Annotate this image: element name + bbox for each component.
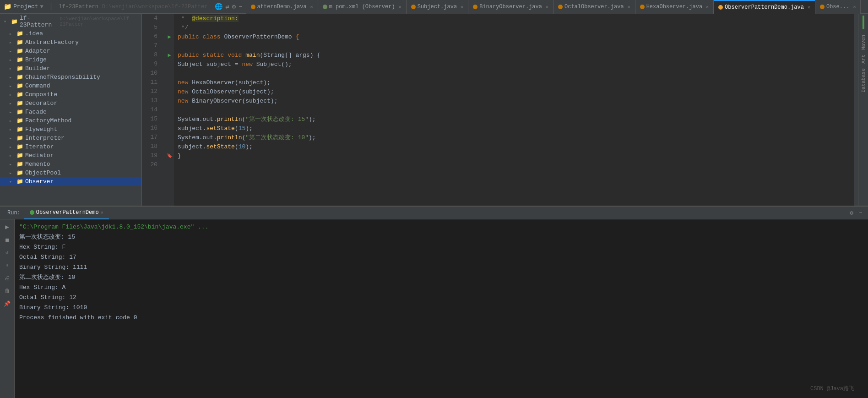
folder-icon: 📁 [16,100,23,107]
toolbar-icon-minus[interactable]: – [239,3,242,11]
toolbar-icon-arrows[interactable]: ⇄ [225,3,229,11]
tab-close-t2[interactable]: ✕ [399,4,401,10]
print-btn[interactable]: 🖨 [2,273,13,284]
sidebar-item-adapter[interactable]: ▸📁Adapter [0,47,141,55]
tab-t2[interactable]: m pom.xml (Observer)✕ [318,0,407,14]
gutter-17 [165,133,174,142]
sidebar-item-abstractfactory[interactable]: ▸📁AbstractFactory [0,38,141,47]
console-line-8: Binary String: 1010 [19,303,863,313]
tab-label-t8: Obse... [826,4,849,10]
clear-btn[interactable]: 🗑 [2,285,13,296]
line-number-4: 4 [142,14,161,23]
sidebar-item-chainofresponsibility[interactable]: ▸📁ChainofResponsibility [0,73,141,82]
sidebar-item-decorator[interactable]: ▸📁Decorator [0,99,141,108]
folder-icon: 📁 [16,117,23,124]
sidebar-item-factorymethod[interactable]: ▸📁FactoryMethod [0,116,141,125]
line-number-13: 13 [142,96,161,105]
tab-t3[interactable]: Subject.java✕ [407,0,468,14]
scrollbar-vertical[interactable] [854,14,858,206]
tree-arrow: ▸ [9,118,15,124]
tab-close-t4[interactable]: ✕ [546,4,548,10]
minimize-btn[interactable]: – [857,208,864,217]
line-number-8: 8 [142,50,161,60]
console-line-7: Octal String: 12 [19,293,863,303]
sidebar-item-iterator[interactable]: ▸📁Iterator [0,142,141,151]
folder-icon: 📁 [16,48,23,55]
code-line-10 [178,69,851,78]
tree-arrow: ▸ [9,101,15,106]
tab-close-t7[interactable]: ✕ [808,5,810,10]
restart-btn[interactable]: ↺ [2,247,13,258]
bottom-content: ▶ ◼ ↺ ⬇ 🖨 🗑 📌 "C:\Program Files\Java\jdk… [0,219,868,398]
sidebar-item-memento[interactable]: ▸📁Memento [0,160,141,169]
sidebar-root[interactable]: ▾ 📁 lf-23Pattern D:\wenjian\workspace\lf… [0,14,141,29]
gutter-12 [165,87,174,96]
tab-t8[interactable]: Obse...✕ [815,0,861,14]
sidebar-item-facade[interactable]: ▸📁Facade [0,108,141,116]
tree-item-label: Builder [25,65,50,72]
project-label[interactable]: 📁 Project ▼ [4,3,43,11]
sidebar-item-flyweight[interactable]: ▸📁Flyweight [0,125,141,134]
tab-t4[interactable]: BinaryObserver.java✕ [468,0,553,14]
sidebar-item-observer[interactable]: ▾📁Observer [0,177,141,186]
folder-icon: 📁 [16,56,23,63]
gutter: ▶▶🔖 [165,14,174,206]
run-tab-close[interactable]: ✕ [101,210,103,215]
console-line-1: 第一次状态改变: 15 [19,232,863,242]
sidebar-item-objectpool[interactable]: ▸📁ObjectPool [0,169,141,177]
tab-close-t5[interactable]: ✕ [628,4,630,10]
sidebar-item-.idea[interactable]: ▸📁.idea [0,29,141,38]
line-number-9: 9 [142,60,161,69]
sidebar-item-composite[interactable]: ▸📁Composite [0,90,141,99]
gutter-10 [165,69,174,78]
console-line-6: Hex String: A [19,283,863,293]
tab-t5[interactable]: OctalObserver.java✕ [553,0,635,14]
right-label-database[interactable]: Database [861,68,866,93]
folder-icon: 📁 [16,65,23,72]
tab-t6[interactable]: HexaObserver.java✕ [635,0,714,14]
tab-label-t6: HexaObserver.java [646,4,702,10]
tab-t7[interactable]: ObserverPatternDemo.java✕ [714,0,815,14]
tab-t1[interactable]: atternDemo.java✕ [246,0,318,14]
tab-close-t6[interactable]: ✕ [706,4,709,10]
tree-arrow: ▸ [9,144,15,150]
tab-close-t1[interactable]: ✕ [310,4,313,10]
sidebar-item-interpreter[interactable]: ▸📁Interpreter [0,134,141,142]
line-number-7: 7 [142,41,161,50]
run-label: Run: [4,210,24,216]
line-number-20: 20 [142,160,161,169]
run-gutter-icon[interactable]: ▶ [168,52,171,59]
folder-icon: 📁 [16,169,23,176]
right-label-art[interactable]: Art [861,55,866,64]
sidebar-item-builder[interactable]: ▸📁Builder [0,64,141,73]
run-gutter-icon[interactable]: ▶ [168,33,171,40]
code-editor[interactable]: * @description: */public class ObserverP… [174,14,854,206]
root-label: lf-23Pattern [20,15,56,28]
folder-icon: 📁 [16,126,23,133]
folder-icon: 📁 [16,39,23,46]
run-tab[interactable]: ObserverPatternDemo ✕ [24,207,109,219]
sidebar-item-mediator[interactable]: ▸📁Mediator [0,151,141,160]
tab-close-t8[interactable]: ✕ [853,4,856,10]
sidebar-item-command[interactable]: ▸📁Command [0,82,141,90]
pin-btn[interactable]: 📌 [2,298,13,309]
gutter-14 [165,105,174,114]
toolbar-icon-gear[interactable]: ⚙ [232,3,236,11]
run-btn[interactable]: ▶ [2,221,13,232]
scroll-end-btn[interactable]: ⬇ [2,260,13,271]
right-label-maven[interactable]: Maven [861,35,866,50]
sidebar-item-bridge[interactable]: ▸📁Bridge [0,55,141,64]
code-line-13: new BinaryObserver(subject); [178,96,851,105]
line-number-6: 6 [142,32,161,41]
tree-arrow: ▸ [9,136,15,141]
toolbar-icon-globe[interactable]: 🌐 [215,3,222,11]
watermark: CSDN @Java路飞 [810,385,854,393]
code-line-17: System.out.println("第二次状态改变: 10"); [178,133,851,142]
line-number-18: 18 [142,142,161,151]
tab-close-t3[interactable]: ✕ [461,4,463,10]
tree-item-label: Observer [25,178,54,185]
sidebar: ▾ 📁 lf-23Pattern D:\wenjian\workspace\lf… [0,14,142,206]
code-line-5: */ [178,23,851,32]
stop-btn[interactable]: ◼ [2,234,13,245]
settings-btn[interactable]: ⚙ [848,208,855,218]
